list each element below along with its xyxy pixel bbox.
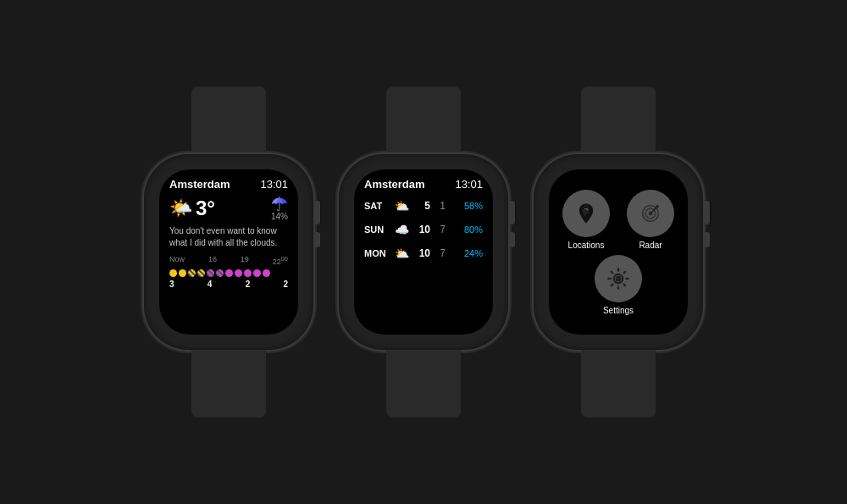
watch-band-bottom-1 (191, 350, 266, 418)
menu-item-radar[interactable]: Radar (622, 190, 679, 250)
forecast-high-sun: 10 (415, 224, 430, 235)
watch-2: Amsterdam 13:01 SAT ⛅ 5 1 58% SUN ☁️ 10 … (339, 86, 508, 418)
menu-circle-settings[interactable] (595, 255, 642, 302)
watch-1: Amsterdam 13:01 🌤️ 3° ☂️ 14% You don't e… (144, 86, 313, 418)
screen1-message: You don't even want to know what I did w… (169, 225, 288, 248)
dot-3 (188, 269, 196, 277)
watch-crown-3 (703, 201, 710, 224)
watch-screen-1: Amsterdam 13:01 🌤️ 3° ☂️ 14% You don't e… (159, 169, 298, 335)
umbrella-group: ☂️ 14% (271, 196, 288, 221)
forecast-icon-mon: ⛅ (393, 246, 410, 260)
menu-label-radar: Radar (639, 241, 662, 250)
menu-label-locations: Locations (568, 241, 605, 250)
radar-icon (639, 202, 662, 225)
forecast-low-sat: 1 (435, 200, 446, 212)
forecast-low-sun: 7 (435, 224, 446, 235)
watch-band-bottom-3 (581, 350, 656, 418)
temp-16: 4 (208, 280, 213, 289)
forecast-rain-sat: 58% (456, 201, 483, 211)
menu-grid: Locations Rada (557, 190, 679, 250)
menu-circle-radar[interactable] (627, 190, 674, 237)
dot-10 (253, 269, 261, 277)
hour-now: Now (169, 255, 185, 266)
screen2-city: Amsterdam (364, 178, 425, 191)
dot-1 (169, 269, 177, 277)
watch-band-bottom-2 (386, 350, 461, 418)
watch-btn-3 (703, 232, 710, 247)
menu-label-settings: Settings (603, 306, 634, 315)
dot-7 (225, 269, 233, 277)
watch-body-1: Amsterdam 13:01 🌤️ 3° ☂️ 14% You don't e… (144, 154, 313, 350)
watch-body-3: Locations Rada (534, 154, 703, 350)
temperature: 3° (196, 197, 215, 220)
umbrella-icon: ☂️ (271, 196, 288, 212)
dot-9 (244, 269, 252, 277)
screen1-header: Amsterdam 13:01 (169, 178, 288, 191)
forecast-day-sun: SUN (364, 224, 388, 235)
dot-6 (216, 269, 224, 277)
hour-16: 16 (208, 255, 217, 266)
watch-body-2: Amsterdam 13:01 SAT ⛅ 5 1 58% SUN ☁️ 10 … (339, 154, 508, 350)
forecast-row-sat: SAT ⛅ 5 1 58% (364, 199, 483, 213)
menu-item-settings[interactable]: Settings (595, 255, 642, 315)
forecast-rain-sun: 80% (456, 224, 483, 235)
forecast-icon-sun: ☁️ (393, 223, 410, 236)
watch-crown-1 (313, 201, 320, 224)
forecast-rain-mon: 24% (456, 248, 483, 258)
watch-btn-1 (313, 232, 320, 247)
temp-22: 2 (283, 280, 288, 289)
screen1-content: Amsterdam 13:01 🌤️ 3° ☂️ 14% You don't e… (159, 169, 298, 296)
menu-item-locations[interactable]: Locations (557, 190, 615, 250)
screen3-content: Locations Rada (549, 169, 688, 335)
forecast-high-mon: 10 (415, 247, 430, 259)
dot-2 (179, 269, 186, 277)
forecast-low-mon: 7 (435, 247, 446, 259)
svg-point-5 (656, 205, 659, 208)
watch-band-top-1 (191, 86, 266, 154)
watch-3: Locations Rada (534, 86, 703, 418)
menu-circle-locations[interactable] (562, 190, 610, 237)
svg-point-6 (616, 275, 622, 281)
watch-band-top-3 (581, 86, 656, 154)
screen1-temps-row: 3 4 2 2 (169, 280, 288, 289)
screen1-time: 13:01 (260, 178, 288, 191)
dot-5 (207, 269, 214, 277)
watch-screen-3: Locations Rada (549, 169, 688, 335)
screen1-dots-row (169, 269, 288, 277)
temp-19: 2 (246, 280, 251, 289)
screen1-temp-group: 🌤️ 3° (169, 197, 215, 220)
screen2-header: Amsterdam 13:01 (364, 178, 483, 191)
forecast-icon-sat: ⛅ (393, 199, 410, 213)
rain-percent: 14% (271, 212, 288, 221)
forecast-row-sun: SUN ☁️ 10 7 80% (364, 223, 483, 236)
hour-19: 19 (241, 255, 249, 266)
sun-icon: 🌤️ (169, 197, 192, 219)
forecast-day-mon: MON (364, 248, 388, 258)
menu-grid-bottom: Settings (557, 255, 679, 315)
forecast-row-mon: MON ⛅ 10 7 24% (364, 246, 483, 260)
screen1-city: Amsterdam (169, 178, 230, 191)
settings-icon (606, 267, 630, 291)
forecast-high-sat: 5 (415, 200, 430, 212)
dot-11 (263, 269, 270, 277)
screen2-content: Amsterdam 13:01 SAT ⛅ 5 1 58% SUN ☁️ 10 … (354, 169, 493, 277)
watch-band-top-2 (386, 86, 461, 154)
watch-btn-2 (508, 232, 515, 247)
screen2-time: 13:01 (455, 178, 483, 191)
temp-now: 3 (169, 280, 174, 289)
watch-crown-2 (508, 201, 515, 224)
forecast-day-sat: SAT (364, 201, 388, 211)
dot-4 (197, 269, 205, 277)
watch-screen-2: Amsterdam 13:01 SAT ⛅ 5 1 58% SUN ☁️ 10 … (354, 169, 493, 335)
hour-22: 2200 (273, 255, 288, 266)
dot-8 (235, 269, 242, 277)
screen1-hours: Now 16 19 2200 (169, 255, 288, 266)
screen1-weather-row: 🌤️ 3° ☂️ 14% (169, 196, 288, 221)
location-icon (574, 202, 598, 225)
